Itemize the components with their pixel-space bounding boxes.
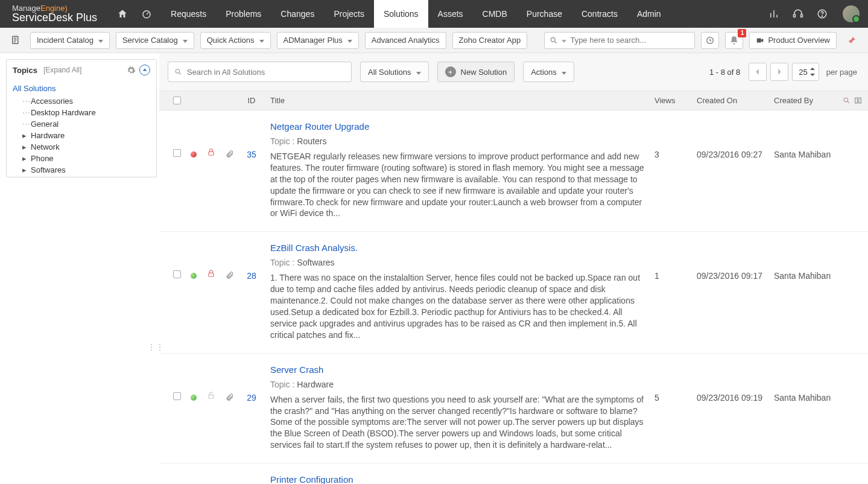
attachment-icon[interactable] <box>221 365 239 451</box>
solutions-search[interactable] <box>168 62 352 82</box>
pager-range: 1 - 8 of 8 <box>709 68 740 77</box>
nav-projects[interactable]: Projects <box>324 0 374 28</box>
nav-changes[interactable]: Changes <box>271 0 324 28</box>
column-views[interactable]: Views <box>654 96 697 105</box>
page-size-select[interactable]: 25 <box>792 63 819 81</box>
logo[interactable]: ManageEngine) ServiceDesk Plus <box>0 2 107 27</box>
expand-arrow-icon: ▸ <box>22 154 27 163</box>
row-checkbox[interactable] <box>173 392 181 400</box>
select-all-checkbox[interactable] <box>173 97 181 104</box>
column-chooser-icon[interactable] <box>854 97 862 104</box>
row-created-by: Santa Mahiban <box>774 243 840 340</box>
new-solution-button[interactable]: + New Solution <box>437 62 515 82</box>
tree-item-accessories[interactable]: ⋯Accessories <box>13 95 150 107</box>
zoho-creator-button[interactable]: Zoho Creator App <box>452 32 528 49</box>
status-dot-icon <box>191 151 197 158</box>
lock-closed-icon <box>201 243 221 340</box>
topic-label: Topic : <box>270 380 297 389</box>
pager-next-button[interactable] <box>770 63 788 81</box>
attachment-icon[interactable] <box>221 243 239 340</box>
lock-open-icon <box>201 474 221 484</box>
topic-label: Topic : <box>270 258 297 267</box>
help-icon[interactable] <box>810 0 834 28</box>
product-overview-button[interactable]: Product Overview <box>749 32 837 49</box>
reports-icon[interactable] <box>762 0 786 28</box>
solutions-filter-select[interactable]: All Solutions <box>360 62 429 82</box>
notifications-icon[interactable]: 1 <box>725 32 743 49</box>
topics-tree: All Solutions ⋯Accessories⋯Desktop Hardw… <box>7 80 156 177</box>
topics-settings-icon[interactable] <box>127 66 136 75</box>
column-search-icon[interactable] <box>843 97 851 104</box>
svg-rect-12 <box>859 98 861 103</box>
table-row: 29Server CrashTopic : HardwareWhen a ser… <box>159 354 868 463</box>
row-checkbox[interactable] <box>173 270 181 278</box>
tree-item-phone[interactable]: ▸Phone <box>13 153 150 164</box>
tree-item-desktop-hardware[interactable]: ⋯Desktop Hardware <box>13 107 150 118</box>
column-created-on[interactable]: Created On <box>697 96 774 105</box>
product-overview-label: Product Overview <box>768 36 830 45</box>
tree-item-general[interactable]: ⋯General <box>13 118 150 130</box>
topic-label: Topic : <box>270 136 297 146</box>
dashboard-icon[interactable] <box>135 0 159 28</box>
quick-actions-select[interactable]: Quick Actions <box>200 32 271 49</box>
global-search-input[interactable] <box>570 36 673 45</box>
nav-requests[interactable]: Requests <box>161 0 216 28</box>
attachment-icon[interactable] <box>221 121 239 219</box>
row-created-on: 09/23/2016 09:20 <box>697 474 774 484</box>
nav-problems[interactable]: Problems <box>216 0 271 28</box>
admanager-button[interactable]: ADManager Plus <box>277 32 359 49</box>
row-checkbox[interactable] <box>173 149 181 157</box>
new-request-icon[interactable] <box>7 32 24 49</box>
logo-product: ServiceDesk Plus <box>12 12 97 24</box>
actions-select[interactable]: Actions <box>523 62 574 82</box>
column-created-by[interactable]: Created By <box>774 96 840 105</box>
search-scope-caret-icon[interactable] <box>562 36 566 45</box>
row-id[interactable]: 28 <box>239 243 264 340</box>
column-title[interactable]: Title <box>264 96 654 105</box>
row-id[interactable]: 29 <box>239 365 264 451</box>
svg-rect-2 <box>801 14 803 18</box>
incident-catalog-select[interactable]: Incident Catalog <box>30 32 110 49</box>
nav-solutions[interactable]: Solutions <box>374 0 428 28</box>
support-icon[interactable] <box>786 0 810 28</box>
row-id[interactable]: 35 <box>239 121 264 219</box>
global-search[interactable] <box>544 32 695 49</box>
nav-assets[interactable]: Assets <box>428 0 473 28</box>
row-title-link[interactable]: EzBill Crash Analysis. <box>270 243 648 253</box>
solutions-filter-label: All Solutions <box>368 68 411 77</box>
row-created-on: 09/23/2016 09:19 <box>697 365 774 451</box>
advanced-analytics-button[interactable]: Advanced Analytics <box>365 32 446 49</box>
nav-purchase[interactable]: Purchase <box>517 0 572 28</box>
nav-contracts[interactable]: Contracts <box>572 0 627 28</box>
table-row: 30Printer ConfigurationTopic : PrintersI… <box>159 463 868 484</box>
row-id[interactable]: 30 <box>239 474 264 484</box>
caret-down-icon <box>259 36 264 45</box>
service-catalog-select[interactable]: Service Catalog <box>116 32 194 49</box>
attachment-icon[interactable] <box>221 474 239 484</box>
collapse-panel-icon[interactable] <box>139 65 150 75</box>
user-avatar[interactable] <box>843 5 860 22</box>
row-views: 1 <box>654 243 697 340</box>
pin-icon[interactable] <box>843 32 861 49</box>
row-title-link[interactable]: Server Crash <box>270 365 648 375</box>
tree-item-hardware[interactable]: ▸Hardware <box>13 130 150 141</box>
pager-prev-button[interactable] <box>749 63 767 81</box>
sidebar-collapse-handle[interactable]: ⋮⋮ <box>152 335 159 359</box>
nav-admin[interactable]: Admin <box>627 0 671 28</box>
tree-root-all-solutions[interactable]: All Solutions <box>13 81 150 95</box>
recent-items-icon[interactable] <box>701 32 719 49</box>
table-row: 35Netgear Router UpgradeTopic : RoutersN… <box>159 110 868 232</box>
top-quick-icons <box>110 0 159 28</box>
tree-item-network[interactable]: ▸Network <box>13 141 150 153</box>
expand-all-link[interactable]: [Expand All] <box>43 66 81 74</box>
nav-cmdb[interactable]: CMDB <box>473 0 517 28</box>
tree-item-softwares[interactable]: ▸Softwares <box>13 164 150 176</box>
expand-arrow-icon: ▸ <box>22 165 27 174</box>
row-title-link[interactable]: Printer Configuration <box>270 474 648 484</box>
tree-item-label: Desktop Hardware <box>31 108 96 117</box>
solutions-search-input[interactable] <box>187 68 345 77</box>
new-solution-label: New Solution <box>461 68 507 77</box>
column-id[interactable]: ID <box>239 96 264 105</box>
home-icon[interactable] <box>110 0 135 28</box>
row-title-link[interactable]: Netgear Router Upgrade <box>270 121 648 132</box>
